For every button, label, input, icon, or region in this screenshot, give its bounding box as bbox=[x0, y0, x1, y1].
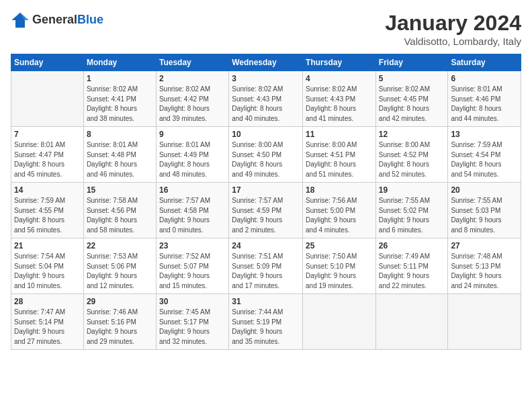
day-info: Sunrise: 8:02 AMSunset: 4:45 PMDaylight:… bbox=[379, 85, 445, 124]
col-wednesday: Wednesday bbox=[229, 54, 303, 71]
day-number: 21 bbox=[14, 241, 81, 250]
col-saturday: Saturday bbox=[448, 54, 521, 71]
calendar-cell: 4Sunrise: 8:02 AMSunset: 4:43 PMDaylight… bbox=[303, 71, 376, 127]
logo-text: GeneralBlue bbox=[32, 13, 103, 27]
day-number: 28 bbox=[14, 297, 81, 306]
day-number: 1 bbox=[87, 74, 153, 83]
col-monday: Monday bbox=[83, 54, 156, 71]
day-info: Sunrise: 7:53 AMSunset: 5:06 PMDaylight:… bbox=[87, 252, 153, 291]
day-info: Sunrise: 7:52 AMSunset: 5:07 PMDaylight:… bbox=[159, 252, 226, 291]
day-info: Sunrise: 8:02 AMSunset: 4:43 PMDaylight:… bbox=[232, 85, 300, 124]
day-number: 23 bbox=[159, 241, 226, 250]
day-number: 27 bbox=[451, 241, 518, 250]
day-number: 6 bbox=[451, 74, 518, 83]
calendar-cell bbox=[303, 294, 376, 350]
calendar-cell: 8Sunrise: 8:01 AMSunset: 4:48 PMDaylight… bbox=[83, 127, 156, 183]
day-info: Sunrise: 7:50 AMSunset: 5:10 PMDaylight:… bbox=[306, 252, 373, 291]
calendar-cell: 25Sunrise: 7:50 AMSunset: 5:10 PMDayligh… bbox=[303, 238, 376, 294]
title-block: January 2024 Valdisotto, Lombardy, Italy bbox=[385, 11, 521, 47]
col-tuesday: Tuesday bbox=[156, 54, 228, 71]
day-info: Sunrise: 7:47 AMSunset: 5:14 PMDaylight:… bbox=[14, 308, 81, 347]
calendar-cell: 7Sunrise: 8:01 AMSunset: 4:47 PMDaylight… bbox=[11, 127, 84, 183]
calendar-cell: 22Sunrise: 7:53 AMSunset: 5:06 PMDayligh… bbox=[83, 238, 156, 294]
day-number: 9 bbox=[159, 130, 226, 139]
calendar-cell: 10Sunrise: 8:00 AMSunset: 4:50 PMDayligh… bbox=[229, 127, 303, 183]
day-number: 3 bbox=[232, 74, 300, 83]
day-number: 2 bbox=[159, 74, 226, 83]
calendar-cell: 16Sunrise: 7:57 AMSunset: 4:58 PMDayligh… bbox=[156, 183, 228, 238]
day-info: Sunrise: 7:46 AMSunset: 5:16 PMDaylight:… bbox=[87, 308, 153, 347]
day-number: 5 bbox=[379, 74, 445, 83]
day-number: 8 bbox=[87, 130, 153, 139]
day-number: 16 bbox=[159, 185, 226, 195]
col-sunday: Sunday bbox=[11, 54, 84, 71]
day-info: Sunrise: 8:00 AMSunset: 4:52 PMDaylight:… bbox=[379, 140, 445, 179]
day-number: 18 bbox=[306, 185, 373, 195]
day-number: 25 bbox=[306, 241, 373, 250]
day-number: 17 bbox=[232, 185, 300, 195]
calendar-cell: 5Sunrise: 8:02 AMSunset: 4:45 PMDaylight… bbox=[375, 71, 448, 127]
header: GeneralBlue January 2024 Valdisotto, Lom… bbox=[11, 11, 521, 47]
calendar-cell: 21Sunrise: 7:54 AMSunset: 5:04 PMDayligh… bbox=[11, 238, 84, 294]
logo: GeneralBlue bbox=[11, 11, 103, 30]
day-number: 19 bbox=[379, 185, 445, 195]
calendar-cell bbox=[11, 71, 84, 127]
calendar-cell: 18Sunrise: 7:56 AMSunset: 5:00 PMDayligh… bbox=[303, 183, 376, 238]
calendar-cell bbox=[375, 294, 448, 350]
calendar-cell: 3Sunrise: 8:02 AMSunset: 4:43 PMDaylight… bbox=[229, 71, 303, 127]
calendar-cell: 2Sunrise: 8:02 AMSunset: 4:42 PMDaylight… bbox=[156, 71, 228, 127]
day-number: 15 bbox=[87, 185, 153, 195]
day-number: 14 bbox=[14, 185, 81, 195]
day-info: Sunrise: 7:59 AMSunset: 4:55 PMDaylight:… bbox=[14, 196, 81, 235]
calendar-cell: 30Sunrise: 7:45 AMSunset: 5:17 PMDayligh… bbox=[156, 294, 228, 350]
day-info: Sunrise: 8:01 AMSunset: 4:47 PMDaylight:… bbox=[14, 140, 81, 179]
calendar-cell: 29Sunrise: 7:46 AMSunset: 5:16 PMDayligh… bbox=[83, 294, 156, 350]
day-info: Sunrise: 7:58 AMSunset: 4:56 PMDaylight:… bbox=[87, 196, 153, 235]
day-number: 22 bbox=[87, 241, 153, 250]
logo-icon bbox=[11, 11, 30, 30]
day-info: Sunrise: 8:02 AMSunset: 4:43 PMDaylight:… bbox=[306, 85, 373, 124]
day-info: Sunrise: 7:59 AMSunset: 4:54 PMDaylight:… bbox=[451, 140, 518, 179]
calendar-cell: 11Sunrise: 8:00 AMSunset: 4:51 PMDayligh… bbox=[303, 127, 376, 183]
calendar-cell: 24Sunrise: 7:51 AMSunset: 5:09 PMDayligh… bbox=[229, 238, 303, 294]
month-title: January 2024 bbox=[385, 11, 521, 36]
day-info: Sunrise: 8:00 AMSunset: 4:50 PMDaylight:… bbox=[232, 140, 300, 179]
calendar-cell: 31Sunrise: 7:44 AMSunset: 5:19 PMDayligh… bbox=[229, 294, 303, 350]
day-info: Sunrise: 8:01 AMSunset: 4:46 PMDaylight:… bbox=[451, 85, 518, 124]
calendar-cell: 26Sunrise: 7:49 AMSunset: 5:11 PMDayligh… bbox=[375, 238, 448, 294]
day-number: 4 bbox=[306, 74, 373, 83]
day-info: Sunrise: 7:57 AMSunset: 4:58 PMDaylight:… bbox=[159, 196, 226, 235]
day-number: 24 bbox=[232, 241, 300, 250]
day-info: Sunrise: 8:02 AMSunset: 4:41 PMDaylight:… bbox=[87, 85, 153, 124]
calendar-cell: 15Sunrise: 7:58 AMSunset: 4:56 PMDayligh… bbox=[83, 183, 156, 238]
day-number: 11 bbox=[306, 130, 373, 139]
day-number: 10 bbox=[232, 130, 300, 139]
col-friday: Friday bbox=[375, 54, 448, 71]
day-info: Sunrise: 7:45 AMSunset: 5:17 PMDaylight:… bbox=[159, 308, 226, 347]
day-info: Sunrise: 7:55 AMSunset: 5:03 PMDaylight:… bbox=[451, 196, 518, 235]
calendar-table: Sunday Monday Tuesday Wednesday Thursday… bbox=[11, 54, 521, 350]
day-info: Sunrise: 7:55 AMSunset: 5:02 PMDaylight:… bbox=[379, 196, 445, 235]
day-info: Sunrise: 7:51 AMSunset: 5:09 PMDaylight:… bbox=[232, 252, 300, 291]
calendar-cell: 28Sunrise: 7:47 AMSunset: 5:14 PMDayligh… bbox=[11, 294, 84, 350]
location-subtitle: Valdisotto, Lombardy, Italy bbox=[385, 36, 521, 47]
calendar-cell: 19Sunrise: 7:55 AMSunset: 5:02 PMDayligh… bbox=[375, 183, 448, 238]
day-number: 31 bbox=[232, 297, 300, 306]
calendar-cell: 1Sunrise: 8:02 AMSunset: 4:41 PMDaylight… bbox=[83, 71, 156, 127]
day-info: Sunrise: 7:49 AMSunset: 5:11 PMDaylight:… bbox=[379, 252, 445, 291]
day-info: Sunrise: 8:01 AMSunset: 4:49 PMDaylight:… bbox=[159, 140, 226, 179]
calendar-cell: 12Sunrise: 8:00 AMSunset: 4:52 PMDayligh… bbox=[375, 127, 448, 183]
day-info: Sunrise: 7:54 AMSunset: 5:04 PMDaylight:… bbox=[14, 252, 81, 291]
day-number: 26 bbox=[379, 241, 445, 250]
day-number: 12 bbox=[379, 130, 445, 139]
calendar-cell: 6Sunrise: 8:01 AMSunset: 4:46 PMDaylight… bbox=[448, 71, 521, 127]
day-number: 7 bbox=[14, 130, 81, 139]
day-number: 29 bbox=[87, 297, 153, 306]
day-info: Sunrise: 7:44 AMSunset: 5:19 PMDaylight:… bbox=[232, 308, 300, 347]
calendar-cell: 13Sunrise: 7:59 AMSunset: 4:54 PMDayligh… bbox=[448, 127, 521, 183]
calendar-cell: 27Sunrise: 7:48 AMSunset: 5:13 PMDayligh… bbox=[448, 238, 521, 294]
day-number: 13 bbox=[451, 130, 518, 139]
calendar-cell: 20Sunrise: 7:55 AMSunset: 5:03 PMDayligh… bbox=[448, 183, 521, 238]
day-info: Sunrise: 8:02 AMSunset: 4:42 PMDaylight:… bbox=[159, 85, 226, 124]
day-number: 30 bbox=[159, 297, 226, 306]
